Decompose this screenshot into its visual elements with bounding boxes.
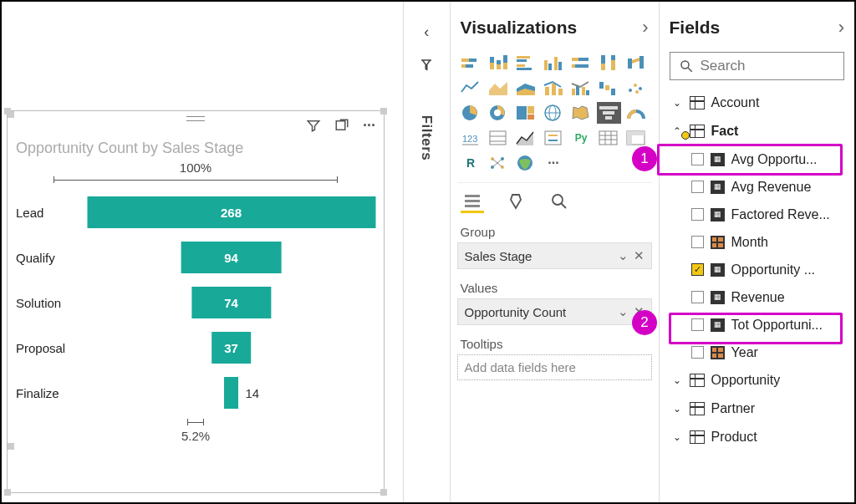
table-icon	[690, 430, 705, 444]
svg-rect-22	[575, 64, 588, 68]
svg-rect-60	[545, 131, 561, 145]
key-influencers-icon[interactable]	[487, 152, 511, 174]
slicer-icon[interactable]	[542, 127, 566, 149]
svg-rect-54	[605, 116, 612, 120]
line-clustered-column-icon[interactable]	[569, 77, 594, 99]
table-opportunity[interactable]: ⌄Opportunity	[666, 366, 848, 395]
group-field-well[interactable]: Sales Stage ⌄✕	[457, 242, 652, 269]
checkbox[interactable]	[691, 291, 704, 303]
hundred-stacked-bar-icon[interactable]	[569, 52, 594, 74]
multirow-card-icon[interactable]	[487, 127, 511, 149]
pane-title: Visualizations	[461, 18, 578, 38]
clustered-bar-icon[interactable]	[514, 52, 538, 74]
donut-icon[interactable]	[487, 102, 511, 124]
fields-tab-icon[interactable]	[461, 190, 484, 213]
treemap-icon[interactable]	[514, 102, 538, 124]
table-icon[interactable]	[597, 127, 621, 149]
analytics-tab-icon[interactable]	[548, 190, 571, 213]
python-visual-icon[interactable]: Py	[569, 127, 594, 149]
waterfall-icon[interactable]	[597, 77, 621, 99]
svg-line-84	[688, 68, 692, 72]
field-avg-revenue[interactable]: ▦Avg Revenue	[666, 173, 848, 201]
kpi-icon[interactable]	[514, 127, 538, 149]
arcgis-icon[interactable]	[514, 152, 538, 174]
table-product[interactable]: ⌄Product	[666, 423, 848, 451]
funnel-bar[interactable]: 94	[181, 242, 282, 273]
svg-rect-31	[558, 89, 563, 95]
ribbon-icon[interactable]	[624, 52, 649, 74]
chevron-left-icon[interactable]: ‹	[424, 23, 429, 41]
scatter-icon[interactable]	[624, 77, 649, 99]
funnel-bar[interactable]: 14	[224, 377, 239, 409]
stacked-bar-icon[interactable]	[459, 52, 483, 74]
r-visual-icon[interactable]: R	[459, 152, 483, 174]
more-visuals-icon[interactable]: ···	[542, 152, 566, 174]
chevron-down-icon[interactable]: ⌄	[618, 248, 629, 263]
measure-icon: ▦	[711, 318, 725, 332]
line-stacked-column-icon[interactable]	[542, 77, 566, 99]
remove-field-icon[interactable]: ✕	[634, 248, 645, 263]
hierarchy-icon	[711, 346, 725, 359]
chevron-right-icon[interactable]: ›	[642, 17, 648, 38]
funnel-bar[interactable]: 37	[211, 332, 252, 364]
table-icon	[690, 96, 705, 109]
clustered-column-icon[interactable]	[542, 52, 566, 74]
chevron-down-icon[interactable]: ⌄	[618, 304, 629, 319]
checkbox[interactable]	[691, 153, 704, 165]
svg-rect-20	[578, 58, 588, 61]
more-options-icon[interactable]: ···	[363, 117, 375, 135]
focus-icon[interactable]	[334, 118, 349, 133]
checkbox-checked[interactable]	[691, 263, 704, 276]
funnel-icon[interactable]	[597, 102, 621, 124]
field-avg-opportunity[interactable]: ▦Avg Opportu...	[666, 145, 848, 173]
line-icon[interactable]	[459, 77, 483, 99]
area-icon[interactable]	[487, 77, 511, 99]
stacked-area-icon[interactable]	[514, 77, 538, 99]
category-label: Proposal	[16, 341, 87, 355]
checkbox[interactable]	[691, 181, 704, 193]
field-month[interactable]: Month	[666, 228, 848, 256]
card-icon[interactable]: 123	[459, 127, 483, 149]
table-partner[interactable]: ⌄Partner	[666, 395, 848, 423]
bottom-percent-label: 5.2%	[8, 429, 384, 443]
category-label: Solution	[16, 296, 87, 310]
filter-icon[interactable]	[306, 118, 321, 133]
map-icon[interactable]	[542, 102, 566, 124]
report-canvas[interactable]: ··· Opportunity Count by Sales Stage 100…	[2, 2, 403, 502]
field-factored-revenue[interactable]: ▦Factored Reve...	[666, 201, 848, 228]
checkbox[interactable]	[691, 236, 704, 248]
field-year[interactable]: Year	[666, 339, 848, 366]
funnel-bar[interactable]: 74	[191, 287, 271, 318]
svg-rect-36	[599, 82, 604, 89]
chevron-right-icon[interactable]: ›	[838, 17, 844, 38]
format-tab-icon[interactable]	[504, 190, 527, 213]
table-account[interactable]: ⌄Account	[666, 89, 848, 117]
funnel-visual[interactable]: ··· Opportunity Count by Sales Stage 100…	[7, 110, 385, 493]
filters-pane-collapsed[interactable]: ‹ Filters	[403, 2, 450, 502]
tooltips-field-well[interactable]: Add data fields here	[457, 354, 652, 380]
search-input[interactable]: Search	[670, 52, 844, 80]
measure-icon: ▦	[711, 153, 725, 166]
hundred-stacked-column-icon[interactable]	[597, 52, 621, 74]
field-tot-opportunity[interactable]: ▦Tot Opportuni...	[666, 311, 848, 339]
svg-rect-27	[628, 59, 632, 69]
drag-handle-icon[interactable]	[186, 116, 205, 121]
checkbox[interactable]	[691, 318, 704, 331]
field-revenue[interactable]: ▦Revenue	[666, 283, 848, 311]
measure-icon: ▦	[711, 208, 725, 221]
funnel-bar[interactable]: 268	[87, 196, 375, 228]
filled-map-icon[interactable]	[569, 102, 594, 124]
checkbox[interactable]	[691, 208, 704, 221]
svg-rect-18	[558, 62, 562, 70]
stacked-column-icon[interactable]	[487, 52, 511, 74]
table-fact[interactable]: ⌃Fact	[666, 117, 848, 145]
gauge-icon[interactable]	[624, 102, 649, 124]
svg-point-41	[639, 87, 642, 90]
measure-icon: ▦	[711, 291, 725, 304]
tooltips-well-label: Tooltips	[457, 332, 652, 354]
checkbox[interactable]	[691, 346, 704, 359]
field-opportunity-count[interactable]: ▦Opportunity ...	[666, 256, 848, 283]
svg-rect-5	[490, 57, 494, 63]
values-field-well[interactable]: Opportunity Count ⌄✕	[457, 298, 652, 325]
pie-icon[interactable]	[459, 102, 483, 124]
